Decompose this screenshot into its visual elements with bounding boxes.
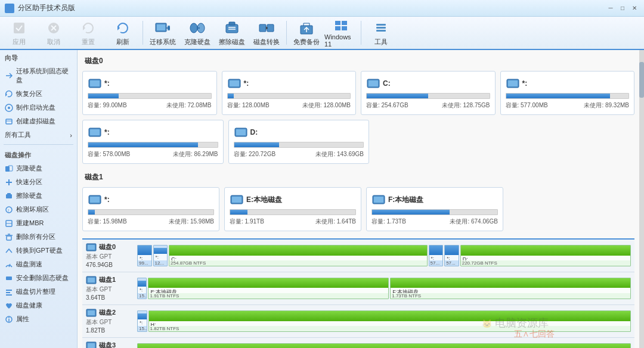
svg-rect-73 — [88, 278, 95, 282]
wipe-disk-button[interactable]: 擦除磁盘 — [215, 18, 249, 48]
disk0-bar-star1 — [88, 93, 212, 99]
svg-rect-75 — [88, 310, 95, 315]
disk1-bar-used-star — [88, 210, 95, 215]
convert-label: 磁盘转换 — [253, 38, 280, 46]
recover-icon — [5, 90, 13, 98]
sidebar-item-bootdisk[interactable]: 制作启动光盘 — [0, 101, 77, 114]
sidebar: 向导 迁移系统到固态硬盘 恢复分区 制作启动光盘 创建虚拟磁盘 所 — [0, 50, 78, 348]
partition-block-1-1[interactable]: *: 15... — [137, 278, 147, 299]
sidebar-item-recover[interactable]: 恢复分区 — [0, 87, 77, 101]
sidebar-item-check-bad[interactable]: ! 检测坏扇区 — [0, 203, 77, 216]
disk0-panel-star1[interactable]: *: 容量: 99.00MB 未使用: 72.08MB — [82, 71, 217, 115]
main-layout: 向导 迁移系统到固态硬盘 恢复分区 制作启动光盘 创建虚拟磁盘 所 — [0, 50, 644, 348]
win11-button[interactable]: Windows 11 — [324, 18, 358, 48]
disk0-bar-star3 — [506, 93, 630, 99]
reset-button[interactable]: 重置 — [72, 18, 105, 48]
sidebar-item-ssd[interactable]: 安全删除固态硬盘 — [0, 271, 77, 285]
partition-block-0-2[interactable]: *: 12... — [153, 245, 168, 266]
reset-icon — [80, 20, 97, 36]
title-bar: 分区助手技术员版 ─ □ ✕ — [0, 0, 644, 17]
app-title: 分区助手技术员版 — [18, 3, 75, 13]
disk0-capacity-star1: 容量: 99.00MB — [88, 101, 127, 110]
partition-block-0-3[interactable]: *: 57... — [429, 245, 444, 266]
right-scrollbar[interactable] — [639, 50, 644, 348]
sidebar-item-quick-partition[interactable]: 快速分区 — [0, 175, 77, 189]
health-label: 磁盘健康 — [16, 301, 42, 310]
apply-button[interactable]: 应用 — [2, 18, 36, 48]
convert-button[interactable]: 磁盘转换 — [250, 18, 283, 48]
sidebar-item-defrag[interactable]: 磁盘切片整理 — [0, 285, 77, 299]
close-button[interactable]: ✕ — [630, 4, 639, 13]
partition-block-0-c[interactable]: C: 254.87GB NTFS — [169, 245, 428, 266]
sidebar-all-tools[interactable]: 所有工具 › — [0, 128, 77, 142]
sidebar-item-migrate-system[interactable]: 迁移系统到固态硬盘 — [0, 64, 77, 87]
sidebar-item-rebuild-mbr[interactable]: 重建MBR — [0, 216, 77, 230]
disk0-panel-c[interactable]: C: 容量: 254.67GB 未使用: 128.75GB — [361, 71, 496, 115]
svg-rect-63 — [236, 129, 246, 135]
sidebar-item-wipe[interactable]: 擦除硬盘 — [0, 189, 77, 203]
partition-block-1-f[interactable]: F:本地磁盘 1.73TB NTFS — [390, 278, 631, 299]
content-area: 磁盘0 *: 容量: 99.00MB 未使用: 72.08MB — [78, 50, 639, 348]
disk0-panel-d[interactable]: D: 容量: 220.72GB 未使用: 143.69GB — [228, 120, 370, 164]
wipe-icon — [5, 192, 13, 200]
partition-block-2-1[interactable]: *: 15... — [137, 310, 147, 332]
disk0-bar-d — [234, 142, 364, 148]
svg-rect-21 — [335, 21, 340, 25]
disk-list-item-3[interactable]: 磁盘3 基本 MBR 1.82TB G: 1.82TB NTFS — [82, 338, 634, 348]
disk0-panel-star2[interactable]: *: 容量: 128.00MB 未使用: 128.00MB — [222, 71, 357, 115]
ssd-icon — [5, 274, 13, 282]
disk-list-partitions-0: *: 99... *: 12... C: 254.87GB NTFS — [137, 245, 631, 266]
vdisk-label: 创建虚拟磁盘 — [16, 117, 55, 126]
sidebar-item-clone[interactable]: 克隆硬盘 — [0, 161, 77, 175]
sidebar-item-delete-all[interactable]: 删除所有分区 — [0, 230, 77, 244]
disk0-panel-star3[interactable]: *: 容量: 577.00MB 未使用: 89.32MB — [500, 71, 635, 115]
hdd-icon-d — [234, 125, 248, 139]
sidebar-item-health[interactable]: 磁盘健康 — [0, 299, 77, 312]
disk1-panel-e[interactable]: E:本地磁盘 容量: 1.91TB 未使用: 1.64TB — [224, 187, 361, 231]
refresh-button[interactable]: 刷新 — [106, 18, 140, 48]
maximize-button[interactable]: □ — [618, 4, 627, 13]
tools-button[interactable]: 工具 — [364, 18, 398, 48]
partition-block-1-e[interactable]: E:本地磁盘 1.91TB NTFS — [148, 278, 389, 299]
partition-label-2-1: *: — [138, 319, 147, 326]
backup-button[interactable]: 免费备份 — [290, 18, 323, 48]
partition-block-0-d[interactable]: D: 220.72GB NTFS — [460, 245, 631, 266]
partition-block-0-1[interactable]: *: 99... — [137, 245, 152, 266]
cancel-button[interactable]: 取消 — [37, 18, 70, 48]
disk1-bar-used-e — [230, 210, 247, 215]
minimize-button[interactable]: ─ — [606, 4, 615, 13]
svg-rect-41 — [7, 236, 11, 240]
disk1-bar-e — [230, 209, 356, 215]
disk0-free-c: 未使用: 128.75GB — [442, 101, 490, 110]
disk0-bar-used-star4 — [88, 142, 198, 147]
partition-block-2-h[interactable]: H: 1.82TB NTFS — [148, 310, 631, 332]
chevron-right-icon: › — [70, 132, 72, 139]
disk-list-size-1: 3.64TB — [86, 294, 134, 302]
sidebar-item-speed[interactable]: 磁盘测速 — [0, 257, 77, 271]
title-bar-left: 分区助手技术员版 — [5, 3, 75, 13]
defrag-label: 磁盘切片整理 — [16, 287, 55, 296]
svg-rect-26 — [376, 30, 386, 32]
disk1-panel-f[interactable]: F:本地磁盘 容量: 1.73TB 未使用: 674.06GB — [366, 187, 503, 231]
sidebar-item-convert-gpt[interactable]: 转换到GPT硬盘 — [0, 244, 77, 257]
disk0-panel-c-label: C: — [383, 79, 391, 88]
svg-rect-69 — [374, 197, 383, 203]
disk-list-item-1[interactable]: 磁盘1 基本 GPT 3.64TB *: 15... E:本地磁盘 1.91TB… — [82, 272, 634, 305]
disk0-free-star1: 未使用: 72.08MB — [166, 101, 212, 110]
disk0-panel-star4[interactable]: *: 容量: 578.00MB 未使用: 86.29MB — [82, 120, 224, 164]
svg-rect-17 — [259, 24, 266, 32]
partition-block-0-4[interactable]: *: 57... — [444, 245, 459, 266]
sidebar-item-vdisk[interactable]: 创建虚拟磁盘 — [0, 114, 77, 128]
sidebar-item-props[interactable]: 属性 — [0, 312, 77, 326]
scrollbar-thumb[interactable] — [639, 62, 644, 98]
clone-disk-button[interactable]: 克隆硬盘 — [181, 18, 214, 48]
disk-list-partitions-1: *: 15... E:本地磁盘 1.91TB NTFS F:本地磁盘 1.73T… — [137, 278, 631, 299]
partition-label-0-c: C: — [169, 256, 427, 260]
disk-list-item-0[interactable]: 磁盘0 基本 GPT 476.94GB *: 99... *: 12... — [82, 240, 634, 272]
disk1-panel-star[interactable]: *: 容量: 15.98MB 未使用: 15.98MB — [82, 187, 219, 231]
disk-list-size-2: 1.82TB — [86, 327, 134, 335]
partition-block-3-g[interactable]: G: 1.82TB NTFS — [137, 343, 631, 348]
disk-list-item-2[interactable]: 磁盘2 基本 GPT 1.82TB *: 15... H: 1.82TB NTF… — [82, 305, 634, 338]
migrate-button[interactable]: 迁移系统 — [146, 18, 179, 48]
disk-list-name-3: 磁盘3 — [99, 341, 116, 348]
